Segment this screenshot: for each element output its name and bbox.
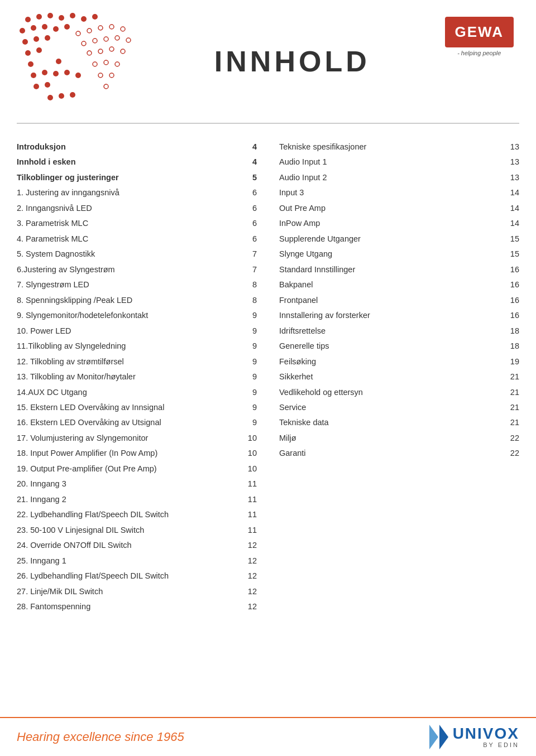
toc-entry-page: 9	[243, 370, 257, 383]
toc-right-entry: Standard Innstillinger16	[279, 263, 519, 276]
svg-point-4	[70, 13, 75, 18]
toc-right-column: Tekniske spesifikasjoner13Audio Input 11…	[279, 141, 519, 616]
toc-entry-label: 7. Slyngestrøm LED	[17, 278, 243, 291]
toc-entry-page: 9	[243, 325, 257, 337]
svg-point-21	[109, 25, 114, 29]
svg-point-43	[47, 95, 53, 100]
toc-entry-label: Sikkerhet	[279, 370, 505, 383]
toc-entry-page: 11	[243, 493, 257, 505]
toc-entry-label: Supplerende Utganger	[279, 233, 505, 245]
toc-left-entry: 27. Linje/Mik DIL Switch12	[17, 585, 257, 598]
toc-entry-page: 12	[243, 570, 257, 582]
toc-entry-page: 10	[243, 447, 257, 459]
toc-entry-page: 4	[243, 156, 257, 168]
toc-right-entry: Slynge Utgang15	[279, 248, 519, 260]
svg-point-17	[28, 61, 34, 67]
toc-entry-page: 21	[505, 386, 519, 398]
toc-entry-label: 18. Input Power Amplifier (In Pow Amp)	[17, 447, 243, 459]
toc-entry-page: 13	[505, 156, 519, 168]
toc-entry-page: 9	[243, 340, 257, 352]
svg-point-38	[31, 73, 36, 78]
toc-entry-page: 18	[505, 325, 519, 337]
gewa-logo: GEWA - helping people	[445, 11, 514, 56]
toc-entry-label: Tilkoblinger og justeringer	[17, 171, 243, 184]
toc-left-entry: 25. Inngang 112	[17, 555, 257, 567]
toc-left-entry: 28. Fantomspenning12	[17, 600, 257, 613]
toc-right-entry: Audio Input 113	[279, 156, 519, 168]
toc-entry-label: Out Pre Amp	[279, 202, 505, 214]
svg-point-47	[64, 70, 70, 75]
toc-right-entry: Tekniske data21	[279, 416, 519, 428]
toc-entry-label: Input 3	[279, 186, 505, 199]
toc-left-column: Introduksjon4Innhold i esken4Tilkoblinge…	[17, 141, 257, 616]
toc-entry-label: 23. 50-100 V Linjesignal DIL Switch	[17, 524, 243, 536]
svg-point-28	[87, 51, 92, 55]
toc-entry-label: 26. Lydbehandling Flat/Speech DIL Switch	[17, 570, 243, 582]
toc-entry-label: 2. Inngangsnivå LED	[17, 202, 243, 214]
svg-point-3	[59, 15, 64, 21]
toc-right-entry: Miljø22	[279, 432, 519, 444]
toc-entry-label: Innhold i esken	[17, 156, 243, 168]
gewa-brand: GEWA	[445, 17, 514, 47]
toc-entry-label: 19. Output Pre-amplifier (Out Pre Amp)	[17, 463, 243, 475]
toc-left-entry: Tilkoblinger og justeringer5	[17, 171, 257, 184]
toc-right-entry: Sikkerhet21	[279, 370, 519, 383]
footer-tagline: Hearing excellence since 1965	[17, 730, 184, 744]
svg-point-42	[56, 59, 61, 64]
univox-chevrons	[429, 725, 448, 749]
svg-point-15	[25, 50, 31, 56]
toc-entry-page: 14	[505, 202, 519, 214]
toc-entry-label: Introduksjon	[17, 141, 243, 153]
toc-entry-label: 8. Spenningsklipping /Peak LED	[17, 294, 243, 306]
svg-point-26	[115, 36, 119, 40]
toc-left-entry: 26. Lydbehandling Flat/Speech DIL Switch…	[17, 570, 257, 582]
toc-entry-label: Audio Input 2	[279, 171, 505, 184]
toc-entry-page: 16	[505, 263, 519, 276]
svg-point-35	[98, 73, 103, 78]
svg-point-14	[45, 35, 50, 41]
toc-entry-label: Standard Innstillinger	[279, 263, 505, 276]
svg-point-2	[47, 13, 53, 18]
toc-entry-label: 25. Inngang 1	[17, 555, 243, 567]
svg-point-10	[53, 26, 59, 32]
toc-left-entry: 19. Output Pre-amplifier (Out Pre Amp)10	[17, 463, 257, 475]
page-title: INNHOLD	[140, 11, 445, 78]
toc-left-entry: 5. System Dagnostikk7	[17, 248, 257, 260]
toc-entry-label: Audio Input 1	[279, 156, 505, 168]
toc-entry-page: 7	[243, 263, 257, 276]
toc-left-entry: 3. Parametrisk MLC6	[17, 217, 257, 229]
toc-entry-label: 16. Ekstern LED Overvåking av Utsignal	[17, 416, 243, 428]
toc-entry-label: Miljø	[279, 432, 505, 444]
svg-point-1	[36, 14, 42, 20]
toc-entry-label: 24. Override ON7Off DIL Switch	[17, 539, 243, 551]
toc-entry-label: Idriftsrettelse	[279, 325, 505, 337]
toc-entry-page: 21	[505, 416, 519, 428]
toc-entry-label: Slynge Utgang	[279, 248, 505, 260]
chevron-icon-2	[439, 725, 448, 749]
toc-entry-page: 11	[243, 508, 257, 521]
chevron-icon-1	[429, 725, 438, 749]
toc-right-entry: Audio Input 213	[279, 171, 519, 184]
toc-left-entry: 24. Override ON7Off DIL Switch12	[17, 539, 257, 551]
univox-text: univox BY EDIN	[453, 726, 519, 748]
toc-left-entry: 1. Justering av inngangsnivå6	[17, 186, 257, 199]
toc-left-entry: Innhold i esken4	[17, 156, 257, 168]
svg-point-13	[34, 36, 39, 42]
svg-point-25	[104, 37, 108, 41]
toc-entry-label: 28. Fantomspenning	[17, 600, 243, 613]
toc-entry-label: 13. Tilkobling av Monitor/høytaler	[17, 370, 243, 383]
gewa-tagline: - helping people	[457, 50, 501, 56]
toc-entry-page: 12	[243, 585, 257, 598]
svg-point-46	[53, 71, 59, 76]
header-divider	[17, 123, 519, 124]
toc-entry-page: 8	[243, 294, 257, 306]
toc-right-entry: InPow Amp14	[279, 217, 519, 229]
svg-point-48	[75, 73, 81, 78]
toc-right-entry: Out Pre Amp14	[279, 202, 519, 214]
toc-entry-page: 12	[243, 555, 257, 567]
svg-point-5	[81, 16, 87, 22]
toc-entry-label: 20. Inngang 3	[17, 478, 243, 490]
svg-point-18	[76, 31, 80, 36]
svg-point-22	[121, 27, 125, 31]
toc-entry-page: 6	[243, 233, 257, 245]
